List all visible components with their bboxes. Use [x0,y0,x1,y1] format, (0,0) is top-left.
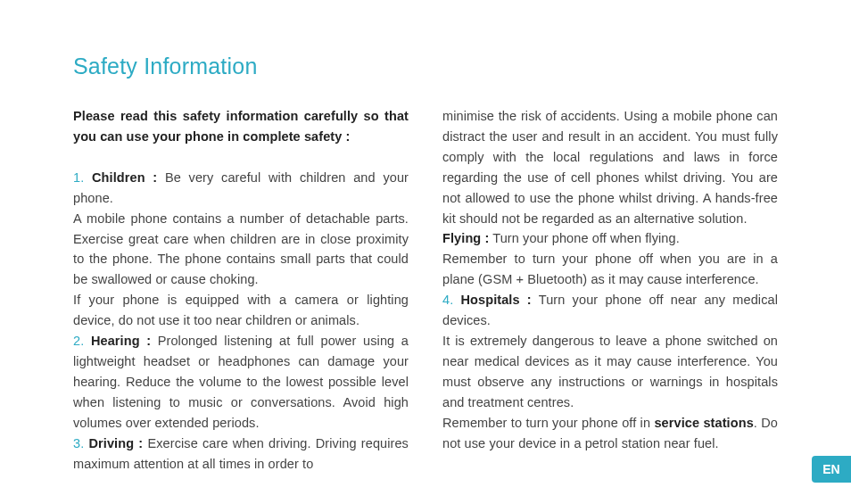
item-service-stations: Remember to turn your phone off in servi… [442,413,778,454]
driving-label: Driving : [88,436,143,450]
driving-text-2: minimise the risk of accidents. Using a … [442,106,778,228]
flying-text-2: Remember to turn your phone off when you… [442,249,778,290]
list-number-2: 2. [73,334,84,348]
hearing-text-1: Prolonged listening at full power using … [73,334,409,430]
column-right: minimise the risk of accidents. Using a … [442,106,778,474]
children-text-3: If your phone is equipped with a camera … [73,290,409,331]
document-page: Safety Information Please read this safe… [0,0,851,504]
flying-label: Flying : [442,231,489,245]
page-title: Safety Information [73,54,778,79]
children-text-2: A mobile phone contains a number of deta… [73,209,409,291]
list-number-1: 1. [73,170,84,185]
item-flying: Flying : Turn your phone off when flying… [442,228,778,249]
hearing-label: Hearing : [91,334,151,348]
flying-text-1: Turn your phone off when flying. [489,231,679,245]
children-label: Children : [92,170,157,185]
service-text-pre: Remember to turn your phone off in [442,416,654,430]
language-badge: EN [812,456,851,483]
item-hospitals: 4. Hospitals : Turn your phone off near … [442,290,778,331]
item-driving: 3. Driving : Exercise care when driving.… [73,434,409,475]
column-left: Please read this safety information care… [73,106,409,474]
hospitals-text-2: It is extremely dangerous to leave a pho… [442,331,778,413]
service-stations-label: service stations [654,416,753,430]
list-number-3: 3. [73,436,84,450]
intro-text: Please read this safety information care… [73,106,409,147]
item-children: 1. Children : Be very careful with child… [73,168,409,209]
list-number-4: 4. [442,293,453,307]
item-hearing: 2. Hearing : Prolonged listening at full… [73,331,409,434]
hospitals-label: Hospitals : [461,293,532,307]
content-columns: Please read this safety information care… [73,106,778,474]
